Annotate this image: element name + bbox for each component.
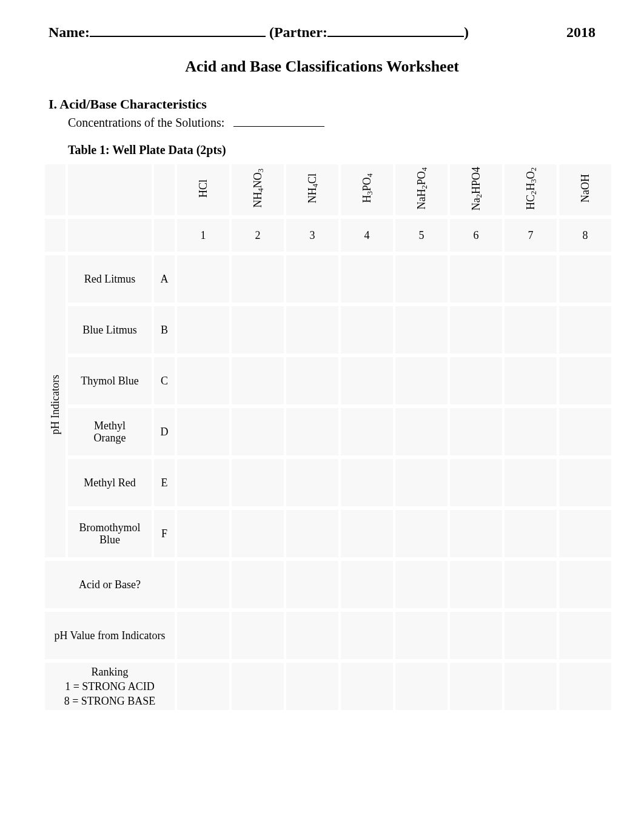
data-cell[interactable]: [450, 459, 502, 506]
data-cell[interactable]: [177, 255, 229, 303]
page-title: Acid and Base Classifications Worksheet: [49, 58, 595, 76]
data-cell[interactable]: [559, 612, 611, 659]
concentrations-blank[interactable]: [233, 113, 324, 127]
blank-cell: [154, 219, 175, 252]
data-cell[interactable]: [177, 663, 229, 710]
name-label: Name:: [49, 24, 90, 41]
data-cell[interactable]: [395, 510, 448, 557]
data-cell[interactable]: [177, 612, 229, 659]
data-cell[interactable]: [177, 306, 229, 354]
data-cell[interactable]: [177, 408, 229, 455]
data-cell[interactable]: [505, 561, 557, 608]
indicator-row-label: Methyl Red: [68, 459, 152, 506]
concentrations-label: Concentrations of the Solutions:: [68, 116, 224, 129]
indicator-row-label: MethylOrange: [68, 408, 152, 455]
data-cell[interactable]: [232, 255, 284, 303]
data-cell[interactable]: [450, 510, 502, 557]
data-cell[interactable]: [395, 561, 448, 608]
col-num-4: 4: [341, 219, 393, 252]
data-cell[interactable]: [505, 408, 557, 455]
indicator-row-letter: E: [154, 459, 175, 506]
data-cell[interactable]: [286, 306, 338, 354]
data-cell[interactable]: [232, 663, 284, 710]
data-cell[interactable]: [232, 561, 284, 608]
data-cell[interactable]: [286, 459, 338, 506]
data-cell[interactable]: [505, 357, 557, 404]
data-cell[interactable]: [450, 663, 502, 710]
data-cell[interactable]: [232, 357, 284, 404]
data-cell[interactable]: [505, 306, 557, 354]
col-num-2: 2: [232, 219, 284, 252]
data-cell[interactable]: [559, 561, 611, 608]
data-cell[interactable]: [232, 510, 284, 557]
data-cell[interactable]: [395, 306, 448, 354]
data-cell[interactable]: [505, 663, 557, 710]
data-cell[interactable]: [559, 306, 611, 354]
ph-indicators-group-label: pH Indicators: [45, 255, 65, 557]
indicator-row-label: Blue Litmus: [68, 306, 152, 354]
data-cell[interactable]: [286, 612, 338, 659]
data-cell[interactable]: [395, 357, 448, 404]
data-cell[interactable]: [450, 255, 502, 303]
data-cell[interactable]: [450, 561, 502, 608]
indicator-row-letter: B: [154, 306, 175, 354]
data-cell[interactable]: [232, 459, 284, 506]
data-cell[interactable]: [341, 612, 393, 659]
data-cell[interactable]: [505, 255, 557, 303]
name-blank[interactable]: [90, 21, 266, 37]
indicator-row-letter: C: [154, 357, 175, 404]
data-cell[interactable]: [286, 408, 338, 455]
indicator-row-label: Thymol Blue: [68, 357, 152, 404]
data-cell[interactable]: [395, 612, 448, 659]
col-num-7: 7: [505, 219, 557, 252]
col-header-7: HC2H3O2: [505, 164, 557, 215]
data-cell[interactable]: [286, 663, 338, 710]
data-cell[interactable]: [232, 408, 284, 455]
concentrations-line: Concentrations of the Solutions:: [68, 113, 595, 130]
data-cell[interactable]: [450, 612, 502, 659]
ph-value-row-label: pH Value from Indicators: [45, 612, 175, 659]
data-cell[interactable]: [505, 510, 557, 557]
data-cell[interactable]: [286, 510, 338, 557]
col-num-6: 6: [450, 219, 502, 252]
blank-cell: [45, 164, 65, 215]
data-cell[interactable]: [559, 663, 611, 710]
data-cell[interactable]: [341, 255, 393, 303]
data-cell[interactable]: [559, 408, 611, 455]
data-cell[interactable]: [559, 459, 611, 506]
data-cell[interactable]: [395, 408, 448, 455]
data-cell[interactable]: [559, 255, 611, 303]
data-cell[interactable]: [232, 612, 284, 659]
data-cell[interactable]: [286, 255, 338, 303]
col-num-1: 1: [177, 219, 229, 252]
data-cell[interactable]: [395, 663, 448, 710]
data-cell[interactable]: [286, 357, 338, 404]
data-cell[interactable]: [177, 357, 229, 404]
partner-blank[interactable]: [327, 21, 464, 37]
data-cell[interactable]: [232, 306, 284, 354]
blank-cell: [68, 219, 152, 252]
data-cell[interactable]: [341, 357, 393, 404]
data-cell[interactable]: [450, 408, 502, 455]
col-header-5: NaH2PO4: [395, 164, 448, 215]
data-cell[interactable]: [341, 663, 393, 710]
data-cell[interactable]: [559, 510, 611, 557]
data-cell[interactable]: [341, 459, 393, 506]
data-cell[interactable]: [450, 357, 502, 404]
data-cell[interactable]: [341, 408, 393, 455]
data-cell[interactable]: [395, 459, 448, 506]
data-cell[interactable]: [395, 255, 448, 303]
section-1-heading: I. Acid/Base Characteristics: [49, 96, 595, 112]
data-cell[interactable]: [177, 459, 229, 506]
data-cell[interactable]: [450, 306, 502, 354]
data-cell[interactable]: [559, 357, 611, 404]
data-cell[interactable]: [177, 510, 229, 557]
data-cell[interactable]: [341, 306, 393, 354]
ranking-row-label: Ranking 1 = STRONG ACID 8 = STRONG BASE: [45, 663, 175, 710]
data-cell[interactable]: [505, 459, 557, 506]
data-cell[interactable]: [341, 510, 393, 557]
data-cell[interactable]: [341, 561, 393, 608]
data-cell[interactable]: [505, 612, 557, 659]
data-cell[interactable]: [177, 561, 229, 608]
data-cell[interactable]: [286, 561, 338, 608]
